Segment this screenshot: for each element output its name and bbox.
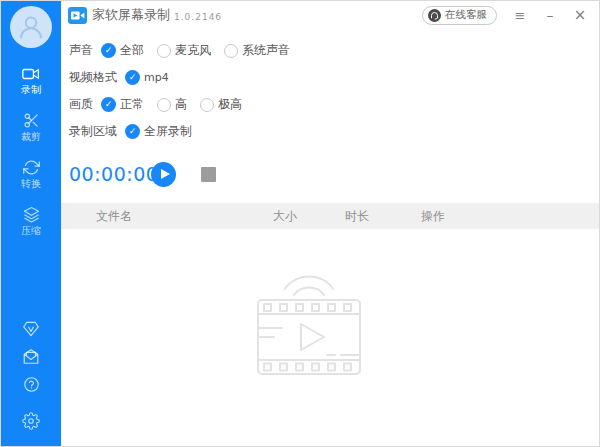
record-area-row: 录制区域 ✓ 全屏录制 bbox=[69, 118, 599, 145]
minimize-button[interactable]: – bbox=[535, 2, 565, 28]
convert-arrows-icon bbox=[23, 159, 40, 176]
radio-icon bbox=[157, 98, 171, 112]
sidebar-item-label: 裁剪 bbox=[21, 131, 41, 142]
column-actions: 操作 bbox=[421, 208, 599, 225]
video-camera-icon bbox=[22, 66, 40, 82]
column-size: 大小 bbox=[273, 208, 345, 225]
quality-label: 画质 bbox=[69, 96, 93, 113]
sidebar-item-trim[interactable]: 裁剪 bbox=[21, 112, 41, 142]
play-icon bbox=[161, 169, 170, 179]
checked-radio-icon: ✓ bbox=[101, 97, 116, 112]
titlebar: 家软屏幕录制 1.0.2146 在线客服 ≡ – × bbox=[61, 1, 599, 29]
film-strip-icon bbox=[248, 270, 370, 378]
online-support-button[interactable]: 在线客服 bbox=[422, 6, 497, 25]
main-area: 家软屏幕录制 1.0.2146 在线客服 ≡ – × 声音 bbox=[61, 1, 599, 446]
checked-radio-icon: ✓ bbox=[125, 124, 140, 139]
option-mp4[interactable]: ✓ mp4 bbox=[125, 70, 169, 85]
checked-radio-icon: ✓ bbox=[125, 70, 140, 85]
option-normal-quality[interactable]: ✓ 正常 bbox=[101, 96, 144, 113]
quality-options: ✓ 正常 高 极高 bbox=[101, 96, 242, 113]
sound-options: ✓ 全部 麦克风 系统声音 bbox=[101, 42, 290, 59]
close-button[interactable]: × bbox=[565, 2, 595, 28]
record-area-options: ✓ 全屏录制 bbox=[125, 123, 192, 140]
empty-file-list bbox=[61, 229, 599, 446]
content: 声音 ✓ 全部 麦克风 系统声音 bbox=[61, 29, 599, 446]
record-area-label: 录制区域 bbox=[69, 123, 117, 140]
sidebar-item-label: 转换 bbox=[21, 178, 41, 189]
checked-radio-icon: ✓ bbox=[101, 43, 116, 58]
sidebar-item-compress[interactable]: 压缩 bbox=[21, 206, 41, 236]
option-ultra-quality[interactable]: 极高 bbox=[200, 96, 242, 113]
option-label: 正常 bbox=[120, 96, 144, 113]
quality-row: 画质 ✓ 正常 高 极高 bbox=[69, 91, 599, 118]
sidebar-item-label: 压缩 bbox=[21, 225, 41, 236]
option-label: 全部 bbox=[120, 42, 144, 59]
option-high-quality[interactable]: 高 bbox=[157, 96, 187, 113]
video-format-options: ✓ mp4 bbox=[125, 70, 169, 85]
gear-icon[interactable] bbox=[22, 412, 40, 430]
app-title: 家软屏幕录制 bbox=[92, 6, 170, 24]
app-window: 录制 裁剪 转换 bbox=[0, 0, 600, 447]
file-table-header: 文件名 大小 时长 操作 bbox=[61, 203, 599, 229]
settings-form: 声音 ✓ 全部 麦克风 系统声音 bbox=[61, 29, 599, 145]
video-format-row: 视频格式 ✓ mp4 bbox=[69, 64, 599, 91]
online-support-label: 在线客服 bbox=[445, 8, 487, 22]
option-label: 极高 bbox=[218, 96, 242, 113]
radio-icon bbox=[224, 44, 238, 58]
app-version: 1.0.2146 bbox=[174, 12, 222, 22]
scissors-icon bbox=[23, 112, 40, 129]
option-label: mp4 bbox=[144, 71, 169, 84]
video-format-label: 视频格式 bbox=[69, 69, 117, 86]
mail-icon[interactable] bbox=[22, 348, 40, 365]
option-label: 麦克风 bbox=[175, 42, 211, 59]
user-avatar[interactable] bbox=[10, 6, 52, 48]
start-record-button[interactable] bbox=[151, 162, 176, 187]
radio-icon bbox=[200, 98, 214, 112]
option-fullscreen-record[interactable]: ✓ 全屏录制 bbox=[125, 123, 192, 140]
option-label: 高 bbox=[175, 96, 187, 113]
sound-label: 声音 bbox=[69, 42, 93, 59]
recorder-controls: 00:00:00 bbox=[61, 161, 599, 187]
option-all-sound[interactable]: ✓ 全部 bbox=[101, 42, 144, 59]
app-logo-icon bbox=[68, 7, 87, 24]
column-duration: 时长 bbox=[345, 208, 421, 225]
sidebar-item-record[interactable]: 录制 bbox=[21, 66, 41, 95]
menu-button[interactable]: ≡ bbox=[505, 2, 535, 28]
sidebar-item-label: 录制 bbox=[21, 84, 41, 95]
person-icon bbox=[16, 12, 46, 42]
stop-record-button[interactable] bbox=[201, 167, 216, 182]
option-system-sound[interactable]: 系统声音 bbox=[224, 42, 290, 59]
recording-timer: 00:00:00 bbox=[69, 163, 147, 185]
sidebar-nav: 录制 裁剪 转换 bbox=[21, 66, 41, 236]
sidebar-item-convert[interactable]: 转换 bbox=[21, 159, 41, 189]
help-icon[interactable] bbox=[23, 376, 40, 393]
headset-icon bbox=[428, 9, 441, 22]
radio-icon bbox=[157, 44, 171, 58]
option-label: 全屏录制 bbox=[144, 123, 192, 140]
sidebar: 录制 裁剪 转换 bbox=[1, 1, 61, 446]
sidebar-bottom bbox=[22, 321, 40, 430]
sound-row: 声音 ✓ 全部 麦克风 系统声音 bbox=[69, 37, 599, 64]
vip-diamond-icon[interactable] bbox=[22, 321, 40, 337]
option-label: 系统声音 bbox=[242, 42, 290, 59]
layers-icon bbox=[23, 206, 40, 223]
column-filename: 文件名 bbox=[61, 208, 273, 225]
option-microphone[interactable]: 麦克风 bbox=[157, 42, 211, 59]
